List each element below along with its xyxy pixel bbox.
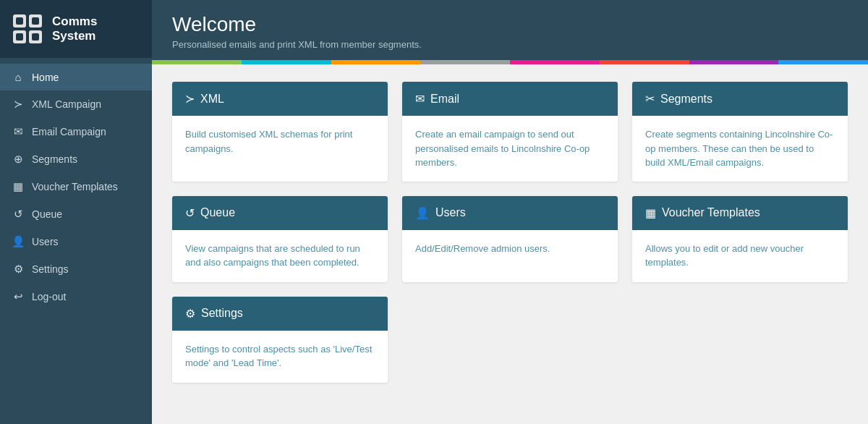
home-icon: ⌂ (12, 71, 25, 83)
logo-icon (12, 13, 43, 45)
card-xml[interactable]: ≻ XML Build customised XML schemas for p… (172, 82, 388, 182)
sidebar-item-settings[interactable]: ⚙ Settings (0, 255, 152, 283)
card-users[interactable]: 👤 Users Add/Edit/Remove admion users. (402, 196, 618, 282)
card-xml-header: ≻ XML (172, 82, 388, 116)
sidebar-item-queue-label: Queue (32, 208, 62, 220)
main-content: Welcome Personalised emails and print XM… (152, 0, 868, 424)
card-voucher-header: ▦ Voucher Templates (632, 196, 848, 230)
sidebar-item-logout[interactable]: ↩ Log-out (0, 283, 152, 310)
svg-rect-8 (32, 33, 39, 41)
sidebar-item-home-label: Home (32, 72, 59, 83)
users-icon: 👤 (12, 235, 25, 248)
card-grid-row2: ↺ Queue View campaigns that are schedule… (172, 196, 848, 282)
card-segments-title: Segments (660, 93, 712, 106)
svg-rect-5 (16, 17, 23, 25)
sidebar: Comms System ⌂ Home ≻ XML Campaign ✉ Ema… (0, 0, 152, 424)
card-queue-body: View campaigns that are scheduled to run… (172, 230, 388, 282)
card-email-title: Email (430, 93, 459, 106)
card-xml-title: XML (200, 93, 224, 106)
card-settings[interactable]: ⚙ Settings Settings to control aspects s… (172, 297, 388, 383)
sidebar-item-email-label: Email Campaign (32, 126, 106, 137)
card-email[interactable]: ✉ Email Create an email campaign to send… (402, 82, 618, 182)
card-voucher-body: Allows you to edit or add new voucher te… (632, 230, 848, 282)
email-icon: ✉ (12, 125, 25, 138)
card-queue-header: ↺ Queue (172, 196, 388, 230)
topbar: Welcome Personalised emails and print XM… (152, 0, 868, 60)
page-title: Welcome (172, 13, 848, 36)
card-voucher-title: Voucher Templates (662, 206, 760, 219)
sidebar-item-logout-label: Log-out (32, 291, 66, 302)
settings-icon: ⚙ (12, 263, 25, 276)
settings-card-icon: ⚙ (185, 307, 195, 321)
sidebar-item-users[interactable]: 👤 Users (0, 228, 152, 255)
sidebar-item-email-campaign[interactable]: ✉ Email Campaign (0, 118, 152, 145)
card-settings-title: Settings (201, 307, 243, 320)
card-email-body: Create an email campaign to send out per… (402, 116, 618, 182)
card-grid-row3: ⚙ Settings Settings to control aspects s… (172, 297, 848, 383)
card-users-body: Add/Edit/Remove admion users. (402, 230, 618, 282)
xml-card-icon: ≻ (185, 92, 195, 106)
sidebar-item-voucher-label: Voucher Templates (32, 181, 118, 192)
sidebar-item-voucher-templates[interactable]: ▦ Voucher Templates (0, 173, 152, 200)
queue-card-icon: ↺ (185, 206, 195, 220)
card-segments[interactable]: ✂ Segments Create segments containing Li… (632, 82, 848, 182)
sidebar-item-xml-label: XML Campaign (32, 98, 101, 110)
card-email-header: ✉ Email (402, 82, 618, 116)
segments-card-icon: ✂ (645, 92, 655, 106)
voucher-icon: ▦ (12, 180, 25, 193)
sidebar-item-home[interactable]: ⌂ Home (0, 64, 152, 90)
svg-rect-6 (32, 17, 39, 25)
segments-icon: ⊕ (12, 153, 25, 166)
sidebar-item-segments-label: Segments (32, 153, 77, 165)
card-xml-body: Build customised XML schemas for print c… (172, 116, 388, 168)
email-card-icon: ✉ (415, 92, 425, 106)
logout-icon: ↩ (12, 290, 25, 303)
nav-list: ⌂ Home ≻ XML Campaign ✉ Email Campaign ⊕… (0, 58, 152, 316)
sidebar-item-queue[interactable]: ↺ Queue (0, 200, 152, 228)
card-users-title: Users (435, 206, 466, 219)
card-segments-header: ✂ Segments (632, 82, 848, 116)
card-voucher[interactable]: ▦ Voucher Templates Allows you to edit o… (632, 196, 848, 282)
users-card-icon: 👤 (415, 206, 430, 220)
sidebar-item-segments[interactable]: ⊕ Segments (0, 145, 152, 173)
xml-icon: ≻ (12, 98, 25, 111)
card-queue-title: Queue (200, 206, 235, 219)
card-segments-body: Create segments containing Lincolnshire … (632, 116, 848, 182)
card-settings-body: Settings to control aspects such as 'Liv… (172, 331, 388, 383)
card-queue[interactable]: ↺ Queue View campaigns that are schedule… (172, 196, 388, 282)
svg-rect-7 (16, 33, 23, 41)
voucher-card-icon: ▦ (645, 206, 656, 220)
card-settings-header: ⚙ Settings (172, 297, 388, 331)
sidebar-title: Comms System (52, 14, 140, 44)
sidebar-header: Comms System (0, 0, 152, 58)
sidebar-item-xml-campaign[interactable]: ≻ XML Campaign (0, 90, 152, 118)
card-grid-row1: ≻ XML Build customised XML schemas for p… (172, 82, 848, 182)
sidebar-item-users-label: Users (32, 236, 59, 247)
queue-icon: ↺ (12, 208, 25, 221)
card-users-header: 👤 Users (402, 196, 618, 230)
page-subtitle: Personalised emails and print XML from m… (172, 39, 848, 50)
content-area: ≻ XML Build customised XML schemas for p… (152, 64, 868, 424)
sidebar-item-settings-label: Settings (32, 263, 69, 275)
